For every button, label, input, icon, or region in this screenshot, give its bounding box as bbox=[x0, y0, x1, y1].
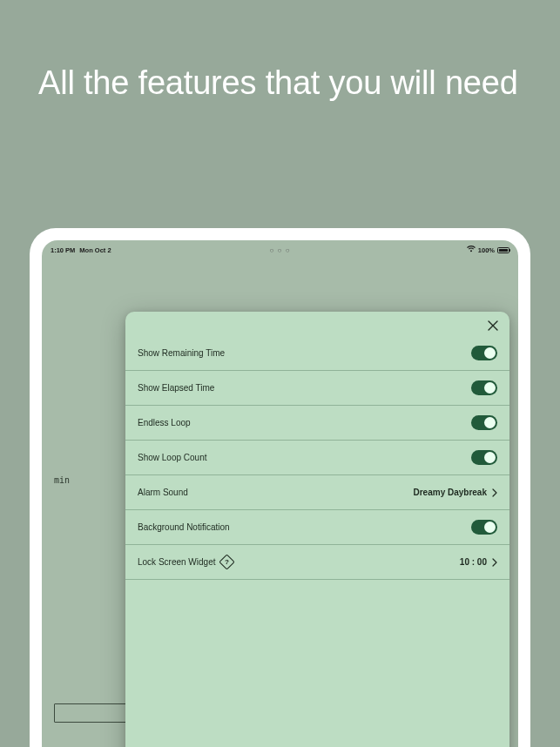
toggle-switch[interactable] bbox=[471, 520, 497, 535]
setting-label: Alarm Sound bbox=[138, 488, 188, 497]
setting-label: Background Notification bbox=[138, 522, 230, 532]
setting-label: Lock Screen Widget bbox=[138, 557, 216, 567]
setting-label: Show Loop Count bbox=[138, 453, 207, 462]
setting-row[interactable]: Show Loop Count bbox=[125, 441, 509, 475]
toggle-switch[interactable] bbox=[471, 450, 497, 465]
background-min-label: min bbox=[54, 475, 70, 485]
setting-row[interactable]: Endless Loop bbox=[125, 406, 509, 441]
status-date: Mon Oct 2 bbox=[79, 246, 111, 254]
setting-row[interactable]: Lock Screen Widget?10 : 00 bbox=[125, 545, 509, 580]
headline: All the features that you will need bbox=[0, 0, 560, 104]
battery-icon bbox=[497, 247, 509, 253]
tablet-screen: 1:10 PM Mon Oct 2 ○ ○ ○ 100% min bbox=[42, 240, 518, 747]
toggle-switch[interactable] bbox=[471, 415, 497, 430]
setting-row[interactable]: Show Elapsed Time bbox=[125, 371, 509, 406]
battery-percent: 100% bbox=[478, 246, 495, 254]
setting-row[interactable]: Show Remaining Time bbox=[125, 336, 509, 371]
setting-label: Endless Loop bbox=[138, 418, 191, 427]
chevron-right-icon bbox=[492, 558, 497, 567]
setting-label: Show Remaining Time bbox=[138, 348, 225, 358]
help-icon[interactable]: ? bbox=[219, 554, 234, 569]
chevron-right-icon bbox=[492, 488, 497, 497]
setting-value: Dreamy Daybreak bbox=[414, 488, 488, 497]
setting-row[interactable]: Alarm SoundDreamy Daybreak bbox=[125, 475, 509, 510]
setting-row[interactable]: Background Notification bbox=[125, 510, 509, 545]
toggle-switch[interactable] bbox=[471, 346, 497, 360]
close-button[interactable] bbox=[485, 319, 501, 334]
setting-value: 10 : 00 bbox=[460, 557, 487, 567]
status-bar: 1:10 PM Mon Oct 2 ○ ○ ○ 100% bbox=[42, 240, 518, 254]
settings-panel: Show Remaining TimeShow Elapsed TimeEndl… bbox=[125, 312, 509, 747]
close-icon bbox=[488, 319, 498, 334]
setting-label: Show Elapsed Time bbox=[138, 383, 214, 393]
status-time: 1:10 PM bbox=[51, 246, 75, 254]
status-center-dots: ○ ○ ○ bbox=[270, 246, 291, 254]
toggle-switch[interactable] bbox=[471, 380, 497, 395]
wifi-icon bbox=[467, 246, 476, 254]
tablet-frame: 1:10 PM Mon Oct 2 ○ ○ ○ 100% min bbox=[30, 228, 530, 747]
